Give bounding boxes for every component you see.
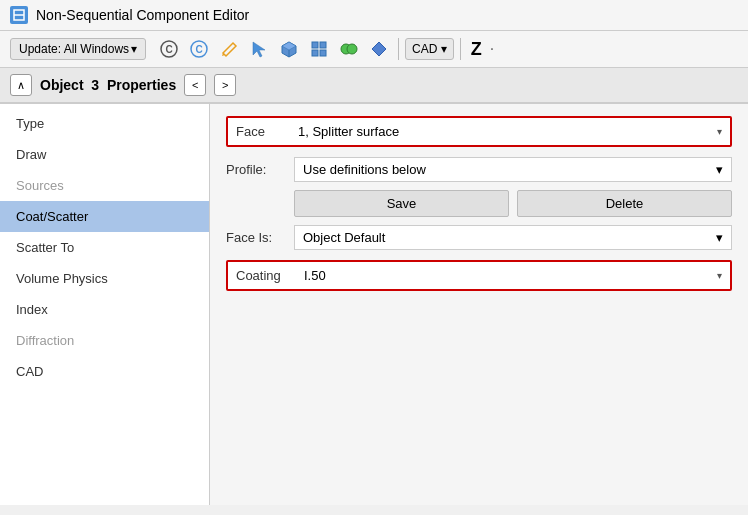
object-properties-header: ∧ Object 3 Properties < > xyxy=(0,68,748,104)
cad-label: CAD xyxy=(412,42,437,56)
svg-rect-10 xyxy=(312,42,318,48)
svg-point-15 xyxy=(347,44,357,54)
sidebar-item-sources: Sources xyxy=(0,170,209,201)
toolbar-icons: C C xyxy=(156,36,494,62)
right-panel: Face 1, Splitter surface ▾ Profile: Use … xyxy=(210,104,748,505)
circle-c-icon[interactable]: C xyxy=(156,36,182,62)
toolbar-more: · xyxy=(490,40,494,58)
save-button[interactable]: Save xyxy=(294,190,509,217)
sidebar-item-volume-physics[interactable]: Volume Physics xyxy=(0,263,209,294)
update-label: Update: All Windows xyxy=(19,42,129,56)
coating-row: Coating I.50 ▾ xyxy=(226,260,732,291)
face-dropdown-arrow: ▾ xyxy=(717,126,722,137)
svg-text:C: C xyxy=(195,44,202,55)
main-content: Type Draw Sources Coat/Scatter Scatter T… xyxy=(0,104,748,505)
divider xyxy=(398,38,399,60)
svg-rect-12 xyxy=(312,50,318,56)
sidebar-item-coat-scatter[interactable]: Coat/Scatter xyxy=(0,201,209,232)
sidebar-item-diffraction: Diffraction xyxy=(0,325,209,356)
profile-label: Profile: xyxy=(226,162,286,177)
face-is-dropdown-arrow: ▾ xyxy=(716,230,723,245)
cursor-icon[interactable] xyxy=(246,36,272,62)
coating-value-container[interactable]: I.50 ▾ xyxy=(304,268,722,283)
face-is-select[interactable]: Object Default ▾ xyxy=(294,225,732,250)
form-section: Profile: Use definitions below ▾ Save De… xyxy=(226,157,732,250)
title-bar: Non-Sequential Component Editor xyxy=(0,0,748,31)
sidebar-item-type[interactable]: Type xyxy=(0,108,209,139)
app-icon xyxy=(10,6,28,24)
face-value-container[interactable]: 1, Splitter surface ▾ xyxy=(298,124,722,139)
profile-dropdown-arrow: ▾ xyxy=(716,162,723,177)
circle-c2-icon[interactable]: C xyxy=(186,36,212,62)
delete-button[interactable]: Delete xyxy=(517,190,732,217)
face-label: Face xyxy=(236,124,286,139)
face-is-label: Face Is: xyxy=(226,230,286,245)
face-is-row: Face Is: Object Default ▾ xyxy=(226,225,732,250)
face-row: Face 1, Splitter surface ▾ xyxy=(226,116,732,147)
sidebar-item-draw[interactable]: Draw xyxy=(0,139,209,170)
sidebar-item-scatter-to[interactable]: Scatter To xyxy=(0,232,209,263)
next-button[interactable]: > xyxy=(214,74,236,96)
small-box-icon[interactable] xyxy=(306,36,332,62)
z-button[interactable]: Z xyxy=(467,39,486,60)
face-value: 1, Splitter surface xyxy=(298,124,399,139)
update-button[interactable]: Update: All Windows ▾ xyxy=(10,38,146,60)
svg-rect-11 xyxy=(320,42,326,48)
svg-rect-13 xyxy=(320,50,326,56)
profile-select[interactable]: Use definitions below ▾ xyxy=(294,157,732,182)
divider2 xyxy=(460,38,461,60)
collapse-button[interactable]: ∧ xyxy=(10,74,32,96)
toolbar: Update: All Windows ▾ C C xyxy=(0,31,748,68)
svg-marker-6 xyxy=(253,42,265,57)
object-title: Object 3 Properties xyxy=(40,77,176,93)
svg-text:C: C xyxy=(165,44,172,55)
sidebar-item-index[interactable]: Index xyxy=(0,294,209,325)
shape-icon[interactable] xyxy=(366,36,392,62)
prev-button[interactable]: < xyxy=(184,74,206,96)
window-title: Non-Sequential Component Editor xyxy=(36,7,249,23)
pencil-icon[interactable] xyxy=(216,36,242,62)
sidebar-item-cad[interactable]: CAD xyxy=(0,356,209,387)
coating-dropdown-arrow: ▾ xyxy=(717,270,722,281)
update-dropdown-arrow: ▾ xyxy=(131,42,137,56)
box3d-icon[interactable] xyxy=(276,36,302,62)
svg-marker-16 xyxy=(372,42,386,56)
profile-row: Profile: Use definitions below ▾ xyxy=(226,157,732,182)
coating-value: I.50 xyxy=(304,268,326,283)
save-delete-row: Save Delete xyxy=(294,190,732,217)
cad-dropdown[interactable]: CAD ▾ xyxy=(405,38,454,60)
coating-label: Coating xyxy=(236,268,296,283)
sidebar: Type Draw Sources Coat/Scatter Scatter T… xyxy=(0,104,210,505)
balls-icon[interactable] xyxy=(336,36,362,62)
